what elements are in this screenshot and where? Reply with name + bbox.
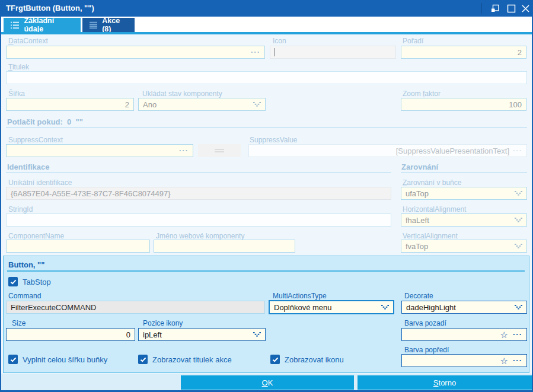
titlebar-divider [481, 3, 482, 14]
stringid-field[interactable] [6, 213, 391, 227]
ukladat-stav-dropdown[interactable]: Ano [138, 98, 266, 111]
window-border-left [0, 17, 1, 390]
suppresscontext-field[interactable]: ··· [6, 144, 193, 157]
suppresscontext-label: SuppressContext [8, 136, 63, 144]
poradi-value: 2 [518, 48, 522, 57]
icon-field[interactable] [270, 46, 396, 59]
tab-label: Základní údaje [24, 17, 74, 33]
star-icon[interactable]: ☆ [500, 330, 508, 339]
suppressvalue-label: SuppressValue [250, 136, 298, 144]
componentname-label: ComponentName [8, 232, 64, 240]
pozice-ikony-dropdown[interactable]: ipLeft [138, 328, 266, 341]
chevron-down-icon[interactable] [515, 305, 522, 310]
sirka-label: Šířka [8, 90, 25, 98]
check-icon [140, 357, 146, 362]
jmeno-webove-komponenty-field[interactable] [154, 240, 295, 253]
button-section-header: Button, "" [8, 260, 44, 269]
size-value: 0 [126, 330, 130, 339]
vyplnit-sirku-checkbox[interactable] [8, 355, 18, 364]
section-divider [7, 270, 525, 272]
suppress-equals-button[interactable] [198, 144, 241, 157]
ellipsis-icon[interactable]: ··· [513, 358, 522, 363]
stringid-label: StringId [8, 205, 33, 213]
storno-button[interactable]: Storno [358, 375, 532, 390]
multiactionstype-label: MultiActionsType [273, 292, 327, 300]
chevron-down-icon[interactable] [381, 305, 389, 310]
window-title: TFrgtButton (Button, "") [6, 4, 94, 12]
tab-akce[interactable]: Akce (8) [82, 18, 135, 32]
zarovnani-v-bunce-label: Zarovnání v buňce [403, 179, 461, 187]
chevron-down-icon[interactable] [515, 244, 522, 248]
ellipsis-icon[interactable]: ··· [179, 148, 189, 153]
hamburger-list-icon [90, 21, 97, 29]
zarovnani-v-bunce-dropdown[interactable]: ufaTop [401, 187, 527, 200]
componentname-field[interactable] [6, 240, 150, 253]
dialog-window: TFrgtButton (Button, "") Základní údaje … [0, 0, 533, 392]
maximize-button[interactable] [504, 2, 518, 14]
ellipsis-icon[interactable]: ··· [513, 148, 522, 153]
horizontalalignment-dropdown[interactable]: fhaLeft [401, 213, 527, 227]
zobrazovat-titulek-checkbox[interactable] [138, 355, 148, 364]
command-field[interactable]: FilterExecuteCOMMAND [6, 301, 265, 314]
section-divider [6, 172, 391, 173]
barva-pozadi-field[interactable]: ☆ ··· [401, 328, 527, 341]
maximize-icon [507, 4, 516, 13]
zoom-faktor-field[interactable]: 100 [401, 98, 526, 111]
sirka-field[interactable]: 2 [6, 98, 134, 111]
chevron-down-icon[interactable] [515, 218, 522, 222]
horizontalalignment-value: fhaLeft [406, 216, 512, 225]
tab-zakladni-udaje[interactable]: Základní údaje [4, 18, 81, 32]
ellipsis-icon[interactable]: ··· [251, 50, 260, 55]
pozice-ikony-value: ipLeft [143, 330, 251, 339]
chevron-down-icon[interactable] [253, 102, 261, 107]
datacontext-label: DataContext [8, 37, 48, 45]
zobrazovat-ikonu-checkbox[interactable] [270, 355, 280, 364]
star-icon[interactable]: ☆ [500, 356, 508, 365]
ellipsis-icon[interactable]: ··· [513, 332, 522, 337]
command-label: Command [8, 292, 41, 300]
section-divider [401, 172, 527, 173]
command-value: FilterExecuteCOMMAND [11, 303, 260, 312]
titulek-label: Titulek [8, 63, 29, 71]
size-field[interactable]: 0 [6, 328, 135, 341]
suppressvalue-value: [SuppressValuePresentationText] [396, 146, 509, 155]
barva-popredi-field[interactable]: ☆ ··· [401, 354, 527, 367]
ok-button[interactable]: OK [181, 375, 354, 390]
verticalalignment-dropdown[interactable]: fvaTop [401, 240, 527, 253]
barva-popredi-label: Barva popředí [404, 346, 449, 354]
zobrazovat-titulek-label: Zobrazovat titulek akce [152, 355, 232, 364]
horizontalalignment-label: HorizontalAlignment [403, 205, 466, 213]
tab-label: Akce (8) [102, 17, 127, 33]
chevron-down-icon[interactable] [253, 332, 261, 337]
text-caret [275, 48, 275, 56]
poradi-label: Pořadí [403, 37, 423, 45]
zobrazovat-ikonu-label: Zobrazovat ikonu [285, 355, 344, 364]
decorate-label: Decorate [404, 292, 433, 300]
vyplnit-sirku-label: Vyplnit celou šířku buňky [23, 355, 107, 364]
suppressvalue-field[interactable]: [SuppressValuePresentationText] ··· [248, 144, 527, 157]
sirka-value: 2 [125, 100, 129, 109]
poradi-field[interactable]: 2 [401, 46, 526, 59]
check-icon [10, 357, 17, 362]
jmeno-webove-komponenty-label: Jméno webové komponenty [156, 232, 244, 240]
ukladat-stav-value: Ano [143, 100, 251, 109]
verticalalignment-value: fvaTop [406, 242, 512, 251]
unikatni-identifikace-field[interactable]: {6A857E04-A55E-473E-87C7-8F46C8074497} [6, 187, 391, 200]
barva-pozadi-label: Barva pozadí [404, 319, 446, 327]
decorate-value: dadeHighLight [406, 303, 512, 312]
unikatni-identifikace-value: {6A857E04-A55E-473E-87C7-8F46C8074497} [11, 189, 387, 198]
decorate-dropdown[interactable]: dadeHighLight [401, 301, 527, 314]
tabstop-checkbox[interactable] [8, 277, 18, 286]
close-button[interactable] [518, 2, 532, 14]
restore-icon [490, 4, 500, 13]
datacontext-field[interactable]: ··· [6, 46, 265, 59]
titulek-field[interactable] [6, 71, 527, 84]
zoom-faktor-value: 100 [509, 100, 522, 109]
zarovnani-header: Zarovnání [401, 162, 438, 171]
restore-button[interactable] [488, 2, 502, 14]
multiactionstype-dropdown[interactable]: Doplňkové menu [269, 300, 394, 314]
tab-underline [0, 32, 533, 34]
chevron-down-icon[interactable] [515, 191, 522, 196]
multiactionstype-value: Doplňkové menu [274, 303, 379, 312]
close-icon [521, 4, 530, 13]
